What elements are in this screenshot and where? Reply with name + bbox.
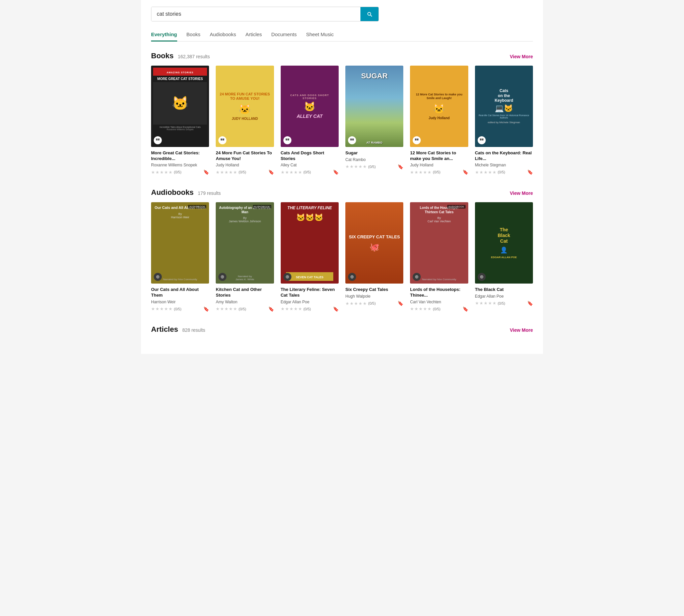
audiobook-cover-our-cats[interactable]: AUDIOBOOK Our Cats and All About Them By… bbox=[151, 202, 209, 284]
audiobook-cover-lords[interactable]: AUDIOBOOK Lords of the Housetops: Thirte… bbox=[410, 202, 468, 284]
audiobooks-section-count: 179 results bbox=[198, 191, 221, 196]
book-title[interactable]: 12 More Cat Stories to make you Smile an… bbox=[410, 150, 468, 162]
bookmark-icon[interactable]: 🔖 bbox=[527, 169, 533, 175]
rating-text: (0/5) bbox=[238, 307, 246, 311]
book-cover-cats-dogs[interactable]: CATS AND DOGS SHORT STORIES 🐱 ALLEY CAT bbox=[281, 66, 339, 147]
search-button[interactable] bbox=[360, 7, 379, 21]
stars: ★ ★ ★ ★ ★ bbox=[151, 170, 172, 175]
books-section-count: 162,387 results bbox=[178, 54, 210, 59]
book-title[interactable]: Our Cats and All About Them bbox=[151, 287, 209, 298]
search-input[interactable] bbox=[151, 7, 360, 21]
rating-row: ★★★★★ (0/5) 🔖 bbox=[475, 301, 533, 306]
tab-books[interactable]: Books bbox=[187, 28, 201, 42]
bookmark-icon[interactable]: 🔖 bbox=[398, 301, 403, 306]
audiobook-card: THE LITERARY FELINE 🐱🐱🐱 SEVEN CAT TALES … bbox=[281, 202, 339, 311]
star-1[interactable]: ★ bbox=[151, 170, 155, 175]
audiobook-card: AUDIOBOOK Autobiography of an Ex-Colored… bbox=[216, 202, 274, 311]
book-author: Hugh Walpole bbox=[345, 294, 403, 299]
tab-sheet-music[interactable]: Sheet Music bbox=[306, 28, 334, 42]
articles-section-header: Articles 828 results View More bbox=[151, 325, 533, 334]
bookmark-icon[interactable]: 🔖 bbox=[527, 301, 533, 306]
star-3[interactable]: ★ bbox=[160, 170, 164, 175]
bookmark-icon[interactable]: 🔖 bbox=[203, 306, 209, 312]
book-title[interactable]: The Black Cat bbox=[475, 287, 533, 292]
book-title[interactable]: Six Creepy Cat Tales bbox=[345, 287, 403, 292]
stars: ★★★★★ bbox=[216, 170, 237, 175]
svg-rect-9 bbox=[417, 138, 419, 140]
tab-documents[interactable]: Documents bbox=[271, 28, 297, 42]
star-4[interactable]: ★ bbox=[164, 170, 168, 175]
audiobook-cover-black-cat[interactable]: TheBlackCat 👤 EDGAR ALLAN POE bbox=[475, 202, 533, 284]
book-type-icon bbox=[348, 136, 356, 144]
books-section-title-group: Books 162,387 results bbox=[151, 51, 210, 60]
book-title[interactable]: Sugar bbox=[345, 150, 403, 156]
bookmark-icon[interactable]: 🔖 bbox=[398, 164, 403, 169]
books-section-title: Books bbox=[151, 51, 173, 60]
tab-audiobooks[interactable]: Audiobooks bbox=[210, 28, 236, 42]
stars: ★★★★★ bbox=[345, 301, 367, 306]
stars: ★★★★★ bbox=[345, 164, 367, 169]
audiobook-cover-six-creepy[interactable]: SIX CREEPY CAT TALES 🐙 bbox=[345, 202, 403, 284]
articles-section: Articles 828 results View More bbox=[151, 325, 533, 334]
book-cover-more-great[interactable]: AMAZING STORIES MORE GREAT CAT STORIES 🐱… bbox=[151, 66, 209, 147]
book-title[interactable]: Cats on the Keyboard: Real Life... bbox=[475, 150, 533, 162]
book-title[interactable]: Cats And Dogs Short Stories bbox=[281, 150, 339, 162]
svg-rect-3 bbox=[223, 138, 225, 140]
star-5[interactable]: ★ bbox=[169, 170, 172, 175]
tabs-bar: Everything Books Audiobooks Articles Doc… bbox=[151, 28, 533, 42]
svg-rect-10 bbox=[480, 138, 482, 140]
rating-text: (0/5) bbox=[303, 307, 311, 311]
rating-row: ★★★★★ (0/5) 🔖 bbox=[410, 306, 468, 312]
tab-articles[interactable]: Articles bbox=[245, 28, 262, 42]
star-2[interactable]: ★ bbox=[155, 170, 159, 175]
audiobook-cover-kitchen-cat[interactable]: AUDIOBOOK Autobiography of an Ex-Colored… bbox=[216, 202, 274, 284]
bookmark-icon[interactable]: 🔖 bbox=[463, 306, 468, 312]
svg-rect-5 bbox=[287, 138, 289, 140]
book-rating: ★★★★★ (0/5) bbox=[216, 170, 246, 175]
tab-everything[interactable]: Everything bbox=[151, 28, 177, 42]
book-type-icon bbox=[413, 136, 421, 144]
book-cover-12more[interactable]: 12 More Cat Stories to make you Smile an… bbox=[410, 66, 468, 147]
stars: ★★★★★ bbox=[475, 170, 496, 175]
bookmark-icon[interactable]: 🔖 bbox=[333, 169, 339, 175]
bookmark-icon[interactable]: 🔖 bbox=[268, 306, 274, 312]
audiobook-card: SIX CREEPY CAT TALES 🐙 Six Creepy Cat Ta… bbox=[345, 202, 403, 311]
svg-rect-0 bbox=[156, 138, 158, 140]
book-title[interactable]: 24 More Fun Cat Stories To Amuse You! bbox=[216, 150, 274, 162]
book-author: Judy Holland bbox=[410, 163, 468, 168]
articles-section-title: Articles bbox=[151, 325, 178, 333]
stars: ★★★★★ bbox=[216, 306, 237, 311]
books-view-more[interactable]: View More bbox=[510, 54, 533, 59]
book-title[interactable]: The Literary Feline: Seven Cat Tales bbox=[281, 287, 339, 298]
bookmark-icon[interactable]: 🔖 bbox=[268, 169, 274, 175]
book-title[interactable]: Lords of the Housetops: Thinee... bbox=[410, 287, 468, 298]
book-author: Harrison Weir bbox=[151, 300, 209, 304]
audiobooks-view-more[interactable]: View More bbox=[510, 191, 533, 196]
svg-rect-4 bbox=[285, 138, 287, 140]
rating-row: ★★★★★ (0/5) 🔖 bbox=[216, 169, 274, 175]
book-author: Judy Holland bbox=[216, 163, 274, 168]
book-title[interactable]: More Great Cat Stories: Incredible... bbox=[151, 150, 209, 162]
articles-section-count: 828 results bbox=[182, 327, 205, 333]
audiobook-card: AUDIOBOOK Our Cats and All About Them By… bbox=[151, 202, 209, 311]
rating-row: ★★★★★ (0/5) 🔖 bbox=[345, 301, 403, 306]
book-rating: ★★★★★ (0/5) bbox=[410, 170, 441, 175]
book-title[interactable]: Kitchen Cat and Other Stories bbox=[216, 287, 274, 298]
search-icon bbox=[366, 11, 372, 17]
book-cover-sugar[interactable]: SUGAR AT RAMBO bbox=[345, 66, 403, 147]
book-author: Alley Cat bbox=[281, 163, 339, 168]
bookmark-icon[interactable]: 🔖 bbox=[333, 306, 339, 312]
audiobook-cover-literary-feline[interactable]: THE LITERARY FELINE 🐱🐱🐱 SEVEN CAT TALES bbox=[281, 202, 339, 284]
book-rating: ★ ★ ★ ★ ★ (0/5) bbox=[151, 170, 181, 175]
svg-rect-7 bbox=[352, 138, 354, 140]
bookmark-icon[interactable]: 🔖 bbox=[203, 169, 209, 175]
book-card: AMAZING STORIES MORE GREAT CAT STORIES 🐱… bbox=[151, 66, 209, 175]
book-cover-cats-keyboard[interactable]: Catson theKeyboard 💻🐱 Real-life Cat Stor… bbox=[475, 66, 533, 147]
book-card: CATS AND DOGS SHORT STORIES 🐱 ALLEY CAT … bbox=[281, 66, 339, 175]
book-author: Michele Stegman bbox=[475, 163, 533, 168]
stars: ★★★★★ bbox=[281, 306, 302, 311]
rating-text: (0/5) bbox=[368, 301, 376, 305]
bookmark-icon[interactable]: 🔖 bbox=[463, 169, 468, 175]
articles-view-more[interactable]: View More bbox=[510, 327, 533, 333]
book-cover-24more[interactable]: 24 MORE FUN CAT STORIES TO AMUSE YOU! 🐱 … bbox=[216, 66, 274, 147]
